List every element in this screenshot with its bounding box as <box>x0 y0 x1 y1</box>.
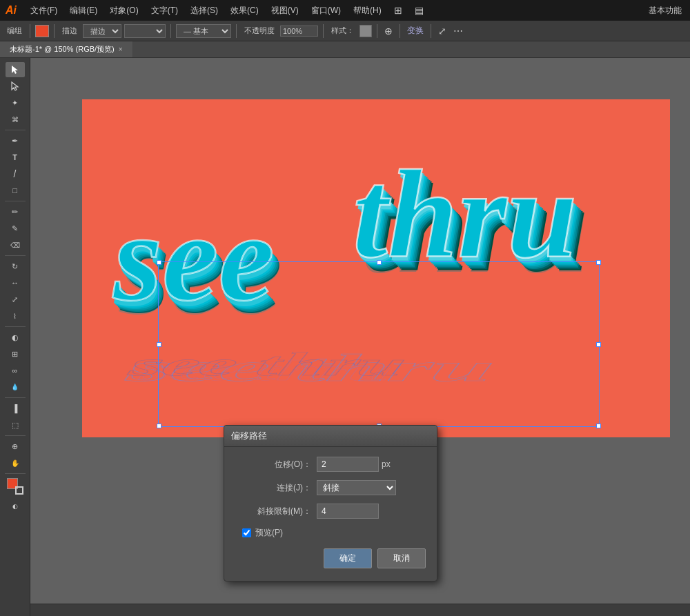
arrange-icon[interactable]: ⤢ <box>436 26 448 37</box>
tab-title: 未标题-1* @ 150% (RGB/预览) <box>10 44 115 54</box>
offset-path-dialog: 偏移路径 位移(O)： px 连接(J)： 斜接 圆角 斜角 <box>224 425 437 582</box>
tool-sep-4 <box>5 326 26 327</box>
menu-object[interactable]: 对象(O) <box>104 3 144 18</box>
transform-label[interactable]: 变换 <box>405 25 426 37</box>
offset-label: 位移(O)： <box>235 459 311 470</box>
tab-close-btn[interactable]: × <box>119 46 123 53</box>
direct-selection-tool[interactable] <box>6 79 25 94</box>
canvas-area[interactable]: .shadow-text { font-family: 'Georgia', s… <box>30 58 690 616</box>
fill-color-swatch[interactable] <box>35 25 49 37</box>
svg-marker-1 <box>12 82 18 90</box>
color-mode-btn[interactable]: ■ <box>0 499 4 514</box>
miter-row: 斜接限制(M)： <box>235 504 426 519</box>
mesh-tool[interactable]: ⊞ <box>6 346 25 361</box>
title-bar: Ai 文件(F) 编辑(E) 对象(O) 文字(T) 选择(S) 效果(C) 视… <box>0 0 690 21</box>
pen-tool[interactable]: ✒ <box>6 133 25 148</box>
opacity-label: 不透明度 <box>241 24 277 37</box>
ok-button[interactable]: 确定 <box>324 548 372 568</box>
join-label: 连接(J)： <box>235 482 311 494</box>
workspace-label: 基本功能 <box>649 5 682 17</box>
tool-sep-1 <box>5 130 26 130</box>
menu-view[interactable]: 视图(V) <box>266 3 304 18</box>
warp-tool[interactable]: ⌇ <box>6 308 25 324</box>
cancel-button[interactable]: 取消 <box>377 548 426 568</box>
toolbar-sep-2 <box>54 24 55 38</box>
menu-icon1[interactable]: ⊞ <box>388 3 408 18</box>
preview-label: 预览(P) <box>255 527 283 539</box>
toolbar-sep-6 <box>377 24 377 38</box>
menu-select[interactable]: 选择(S) <box>185 3 224 18</box>
gradient-mode-btn[interactable]: ◐ <box>6 499 25 514</box>
offset-unit: px <box>382 459 391 469</box>
dialog-title[interactable]: 偏移路径 <box>224 426 437 447</box>
toolbar-sep-7 <box>400 24 400 38</box>
mirror-tool[interactable]: ↔ <box>6 275 25 290</box>
dialog-body: 位移(O)： px 连接(J)： 斜接 圆角 斜角 斜接限制(M)： <box>224 447 437 581</box>
selection-tool[interactable] <box>6 62 25 77</box>
offset-input[interactable] <box>317 457 379 472</box>
scale-tool[interactable]: ⤢ <box>6 292 25 307</box>
join-row: 连接(J)： 斜接 圆角 斜角 <box>235 480 426 495</box>
magic-wand-tool[interactable]: ✦ <box>6 95 25 110</box>
svg-text:thru: thru <box>353 144 578 284</box>
globe-icon[interactable]: ⊕ <box>382 26 395 37</box>
menu-edit[interactable]: 编辑(E) <box>64 3 103 18</box>
dialog-buttons: 确定 取消 <box>235 548 426 571</box>
lasso-tool[interactable]: ⌘ <box>6 112 25 127</box>
toolbar: 编组 描边 描边 — 基本 不透明度 样式： ⊕ 变换 ⤢ ⋯ <box>0 21 690 41</box>
menu-icon2[interactable]: ▤ <box>409 3 429 18</box>
document-tab[interactable]: 未标题-1* @ 150% (RGB/预览) × <box>0 41 133 57</box>
toolbar-sep-4 <box>236 24 237 38</box>
hand-tool[interactable]: ✋ <box>6 455 25 470</box>
eraser-tool[interactable]: ⌫ <box>6 237 25 252</box>
tool-sep-7 <box>5 473 26 474</box>
blend-tool[interactable]: ∞ <box>6 363 25 378</box>
stroke-style-select[interactable] <box>124 24 166 38</box>
main-layout: ✦ ⌘ ✒ T / □ ✏ ✎ ⌫ ↻ ↔ ⤢ ⌇ ◐ ⊞ ∞ 💧 ▐ ⬚ ⊕ … <box>0 58 690 616</box>
miter-label: 斜接限制(M)： <box>235 506 311 517</box>
slice-tool[interactable]: ⬚ <box>6 417 25 433</box>
stroke-select[interactable]: 描边 <box>83 24 121 38</box>
toolbar-sep-5 <box>323 24 324 38</box>
join-select[interactable]: 斜接 圆角 斜角 <box>317 480 396 495</box>
stroke-width-select[interactable]: — 基本 <box>176 24 231 38</box>
tool-sep-3 <box>5 255 26 256</box>
menu-effect[interactable]: 效果(C) <box>225 3 264 18</box>
pencil-tool[interactable]: ✎ <box>6 221 25 236</box>
opacity-input[interactable] <box>280 26 318 37</box>
preview-checkbox[interactable] <box>242 528 251 537</box>
artwork-svg: .shadow-text { font-family: 'Georgia', s… <box>96 86 662 444</box>
tool-sep-6 <box>5 435 26 436</box>
tool-sep-2 <box>5 201 26 201</box>
line-tool[interactable]: / <box>6 166 25 181</box>
menu-help[interactable]: 帮助(H) <box>348 3 387 18</box>
rect-tool[interactable]: □ <box>6 183 25 198</box>
status-bar <box>30 604 690 616</box>
rotate-tool[interactable]: ↻ <box>6 259 25 274</box>
toolbar-sep-1 <box>30 24 30 38</box>
menu-window[interactable]: 窗口(W) <box>306 3 346 18</box>
tool-sep-5 <box>5 397 26 398</box>
preview-row: 预览(P) <box>235 527 426 539</box>
more-icon[interactable]: ⋯ <box>451 26 465 37</box>
miter-input[interactable] <box>317 504 379 519</box>
type-tool[interactable]: T <box>6 150 25 165</box>
offset-row: 位移(O)： px <box>235 457 426 472</box>
menu-file[interactable]: 文件(F) <box>25 3 63 18</box>
style-label: 样式： <box>328 24 357 37</box>
zoom-tool[interactable]: ⊕ <box>6 439 25 454</box>
toolbar-sep-8 <box>431 24 431 38</box>
menu-bar: 文件(F) 编辑(E) 对象(O) 文字(T) 选择(S) 效果(C) 视图(V… <box>25 3 429 18</box>
column-tool[interactable]: ▐ <box>6 401 25 416</box>
svg-marker-0 <box>12 66 18 74</box>
fill-stroke-indicator[interactable] <box>6 477 25 496</box>
tab-bar: 未标题-1* @ 150% (RGB/预览) × <box>0 41 690 58</box>
style-swatch[interactable] <box>359 25 372 37</box>
menu-type[interactable]: 文字(T) <box>146 3 184 18</box>
paintbrush-tool[interactable]: ✏ <box>6 204 25 219</box>
gradient-tool[interactable]: ◐ <box>6 330 25 345</box>
artboard: .shadow-text { font-family: 'Georgia', s… <box>82 99 670 437</box>
ai-logo: Ai <box>6 4 17 17</box>
svg-text:see: see <box>112 187 275 327</box>
eyedrop-tool[interactable]: 💧 <box>6 379 25 395</box>
